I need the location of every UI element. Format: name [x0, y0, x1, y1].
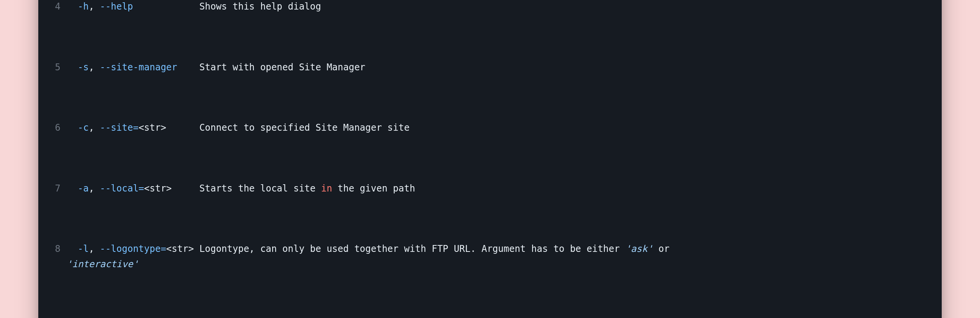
terminal-output: 1 rajdeepsingh@officialrajdeepsingh:~$ f…: [49, 0, 931, 318]
option-desc: Shows this help dialog: [199, 1, 321, 12]
option-flag: --site-manager: [100, 62, 177, 73]
terminal-line: 4 -h, --help Shows this help dialog: [49, 0, 931, 15]
terminal-line: 6 -c, --site=<str> Connect to specified …: [49, 120, 931, 136]
string-literal: 'interactive': [67, 259, 139, 269]
line-content: -c, --site=<str> Connect to specified Si…: [67, 120, 410, 136]
option-desc: Connect to specified Site Manager site: [199, 122, 410, 133]
option-flag: -l: [78, 243, 89, 254]
terminal-line: 5 -s, --site-manager Start with opened S…: [49, 60, 931, 75]
line-number: 4: [49, 0, 67, 15]
terminal-window: 1 rajdeepsingh@officialrajdeepsingh:~$ f…: [38, 0, 942, 318]
option-flag: --site=: [100, 122, 139, 133]
option-flag: --local=: [100, 183, 144, 194]
option-flag: -a: [78, 183, 89, 194]
option-flag: -c: [78, 122, 89, 133]
line-content: -s, --site-manager Start with opened Sit…: [67, 60, 365, 75]
keyword: in: [321, 183, 332, 194]
option-flag: --help: [100, 1, 133, 12]
line-content: -l, --logontype=<str> Logontype, can onl…: [67, 242, 675, 272]
option-flag: -h: [78, 1, 89, 12]
line-number: 8: [49, 242, 67, 272]
line-number: 5: [49, 60, 67, 75]
option-flag: --logontype=: [100, 243, 166, 254]
option-flag: -s: [78, 62, 89, 73]
line-number: 6: [49, 120, 67, 136]
line-content: -h, --help Shows this help dialog: [67, 0, 321, 15]
option-desc: Start with opened Site Manager: [199, 62, 365, 73]
terminal-line: 8 -l, --logontype=<str> Logontype, can o…: [49, 242, 931, 272]
line-content: -a, --local=<str> Starts the local site …: [67, 181, 415, 196]
line-number: 7: [49, 181, 67, 196]
string-literal: 'ask': [625, 243, 653, 254]
terminal-line: 7 -a, --local=<str> Starts the local sit…: [49, 181, 931, 196]
